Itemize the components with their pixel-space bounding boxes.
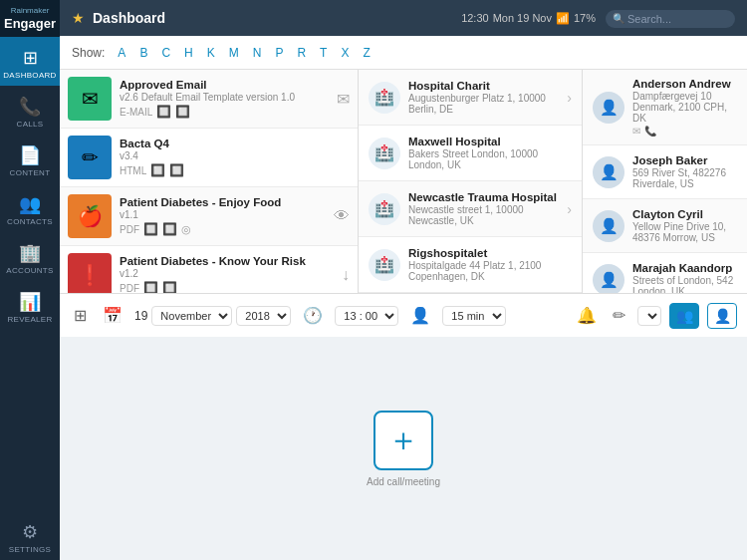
content-version: v1.1 bbox=[120, 209, 328, 220]
sidebar-item-content[interactable]: 📄 CONTENT bbox=[0, 135, 60, 183]
show-letter-X[interactable]: X bbox=[338, 44, 352, 62]
show-letter-B[interactable]: B bbox=[136, 44, 150, 62]
contact-info: Clayton Cyril Yellow Pine Drive 10, 4837… bbox=[632, 208, 737, 243]
hospital-name: Newcastle Trauma Hospital bbox=[408, 191, 563, 203]
month-select[interactable]: November bbox=[151, 306, 232, 326]
show-letter-R[interactable]: R bbox=[294, 44, 309, 62]
sidebar-item-revealer[interactable]: 📊 REVEALER bbox=[0, 281, 60, 330]
action-select[interactable] bbox=[637, 306, 661, 326]
contact-list-item[interactable]: 👤 Clayton Cyril Yellow Pine Drive 10, 48… bbox=[583, 199, 747, 253]
hospital-name: Hospital Charit bbox=[408, 80, 563, 92]
show-letters: ABCHKMNPRTXZ bbox=[115, 44, 373, 62]
dashboard-icon: ⊞ bbox=[23, 47, 38, 69]
content-list-item[interactable]: ✏ Bacta Q4 v3.4 HTML 🔲 🔲 bbox=[60, 129, 358, 187]
contact-name: Marajah Kaandorp bbox=[632, 262, 737, 274]
contact-name: Anderson Andrew bbox=[632, 78, 737, 90]
show-letter-P[interactable]: P bbox=[272, 44, 286, 62]
content-action-icon[interactable]: ↓ bbox=[342, 266, 350, 284]
contact-name: Clayton Cyril bbox=[632, 208, 737, 220]
contact-address: Yellow Pine Drive 10, 48376 Morrow, US bbox=[632, 221, 737, 243]
bell-icon[interactable]: 🔔 bbox=[573, 302, 601, 329]
contact-info: Anderson Andrew Dampfærgevej 10 Denmark,… bbox=[632, 78, 737, 137]
content-thumb: 🍎 bbox=[68, 194, 112, 238]
sidebar-item-calls[interactable]: 📞 CALLS bbox=[0, 86, 60, 135]
contact-info: Joseph Baker 569 River St, 482276 Riverd… bbox=[632, 154, 737, 189]
content-thumb: ❗ bbox=[68, 253, 112, 293]
contact-avatar: 👤 bbox=[593, 210, 624, 242]
sidebar-item-contacts[interactable]: 👥 CONTACTS bbox=[0, 183, 60, 232]
email-icon[interactable]: ✉ bbox=[632, 126, 640, 137]
grid-view-icon[interactable]: ⊞ bbox=[70, 302, 91, 329]
hospital-list-item[interactable]: 🏥 Newcastle Trauma Hospital Newcastle st… bbox=[359, 181, 582, 237]
contact-avatar: 👤 bbox=[593, 92, 624, 124]
duration-select[interactable]: 15 min bbox=[442, 306, 506, 326]
group-btn[interactable]: 👥 bbox=[669, 303, 699, 329]
battery-display: 17% bbox=[574, 12, 596, 24]
sidebar-item-revealer-label: REVEALER bbox=[7, 315, 52, 324]
contact-name: Joseph Baker bbox=[632, 154, 737, 166]
content-action-icon[interactable]: 👁 bbox=[334, 207, 350, 225]
show-label: Show: bbox=[72, 46, 105, 60]
hospital-address: Augustenburger Platz 1, 10000 Berlin, DE bbox=[408, 93, 563, 115]
search-input[interactable] bbox=[606, 10, 735, 28]
content-tags: PDF 🔲 🔲 ◎ bbox=[120, 222, 328, 236]
show-letter-T[interactable]: T bbox=[317, 44, 330, 62]
hospital-arrow-icon: › bbox=[567, 90, 572, 106]
add-call-button[interactable]: ＋ bbox=[374, 411, 433, 470]
contact-address: 569 River St, 482276 Riverdale, US bbox=[632, 167, 737, 189]
sidebar-item-settings[interactable]: ⚙ SETTINGS bbox=[0, 511, 60, 560]
hospital-list-item[interactable]: 🏥 Rigshospitalet Hospitalgade 44 Platz 1… bbox=[359, 237, 582, 293]
sidebar: Rainmaker Engager ⊞ DASHBOARD 📞 CALLS 📄 … bbox=[0, 0, 60, 560]
sidebar-item-accounts[interactable]: 🏢 ACCOUNTS bbox=[0, 232, 60, 281]
add-call-label: Add call/meeting bbox=[367, 476, 440, 487]
clock-icon: 🕐 bbox=[299, 302, 327, 329]
sidebar-item-content-label: CONTENT bbox=[10, 168, 51, 177]
status-icons: 12:30 Mon 19 Nov 📶 17% bbox=[461, 12, 596, 25]
main-content: ★ Dashboard 12:30 Mon 19 Nov 📶 17% Show:… bbox=[60, 0, 747, 560]
content-tags: PDF 🔲 🔲 bbox=[120, 281, 336, 293]
contact-list-item[interactable]: 👤 Anderson Andrew Dampfærgevej 10 Denmar… bbox=[583, 70, 747, 145]
show-letter-N[interactable]: N bbox=[250, 44, 265, 62]
person-btn[interactable]: 👤 bbox=[707, 303, 737, 329]
topbar: ★ Dashboard 12:30 Mon 19 Nov 📶 17% bbox=[60, 0, 747, 36]
contact-address: Streets of London, 542 London, UK bbox=[632, 275, 737, 293]
sidebar-item-accounts-label: ACCOUNTS bbox=[6, 266, 53, 275]
sidebar-item-settings-label: SETTINGS bbox=[9, 545, 51, 554]
app-brand: Engager bbox=[4, 16, 56, 31]
content-version: v1.2 bbox=[120, 268, 336, 279]
revealer-icon: 📊 bbox=[19, 291, 41, 313]
star-icon[interactable]: ★ bbox=[72, 10, 85, 26]
contact-list-item[interactable]: 👤 Marajah Kaandorp Streets of London, 54… bbox=[583, 253, 747, 293]
calendar-icon[interactable]: 📅 bbox=[99, 302, 126, 329]
sidebar-item-dashboard[interactable]: ⊞ DASHBOARD bbox=[0, 37, 60, 86]
contact-list-item[interactable]: 👤 Joseph Baker 569 River St, 482276 Rive… bbox=[583, 145, 747, 199]
content-list-item[interactable]: ❗ Patient Diabetes - Know Your Risk v1.2… bbox=[60, 246, 358, 293]
time-select[interactable]: 13 : 00 bbox=[335, 306, 398, 326]
show-letter-Z[interactable]: Z bbox=[360, 44, 373, 62]
hospital-icon: 🏥 bbox=[369, 82, 400, 114]
content-icon: 📄 bbox=[19, 144, 41, 166]
accounts-icon: 🏢 bbox=[19, 242, 41, 264]
content-list-item[interactable]: 🍎 Patient Diabetes - Enjoy Food v1.1 PDF… bbox=[60, 187, 358, 246]
content-action-icon[interactable]: ✉ bbox=[337, 90, 350, 109]
show-letter-C[interactable]: C bbox=[158, 44, 173, 62]
search-wrapper bbox=[606, 9, 735, 28]
show-letter-H[interactable]: H bbox=[181, 44, 196, 62]
hospital-list-item[interactable]: 🏥 Hospital Charit Augustenburger Platz 1… bbox=[359, 70, 582, 126]
show-letter-K[interactable]: K bbox=[204, 44, 218, 62]
edit-icon[interactable]: ✏ bbox=[609, 302, 629, 329]
add-call-area: ＋ Add call/meeting bbox=[60, 337, 747, 560]
contacts-icon: 👥 bbox=[19, 193, 41, 215]
hospital-list-item[interactable]: 🏥 Maxwell Hospital Bakers Street London,… bbox=[359, 126, 582, 181]
year-select[interactable]: 2018 bbox=[236, 306, 291, 326]
show-letter-A[interactable]: A bbox=[115, 44, 128, 62]
hospital-name: Maxwell Hospital bbox=[408, 136, 558, 147]
content-list-item[interactable]: ✉ Approved Email v2.6 Default Email Temp… bbox=[60, 70, 358, 129]
hospital-icon: 🏥 bbox=[369, 193, 400, 225]
show-letter-M[interactable]: M bbox=[226, 44, 242, 62]
contact-address: Dampfærgevej 10 Denmark, 2100 CPH, DK bbox=[632, 91, 737, 124]
phone-icon[interactable]: 📞 bbox=[644, 126, 656, 137]
content-tags: E-MAIL 🔲 🔲 bbox=[120, 105, 331, 119]
sidebar-item-dashboard-label: DASHBOARD bbox=[3, 71, 56, 80]
wifi-icon: 📶 bbox=[556, 12, 570, 25]
